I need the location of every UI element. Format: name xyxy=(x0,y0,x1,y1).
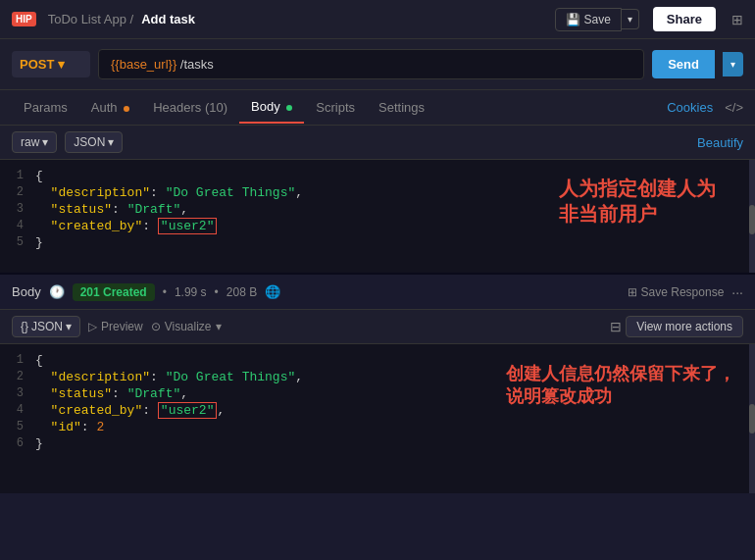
method-select[interactable]: POST ▾ xyxy=(12,51,90,77)
raw-chevron-icon: ▾ xyxy=(42,135,48,149)
raw-button[interactable]: raw ▾ xyxy=(12,131,57,153)
save-button[interactable]: 💾 Save xyxy=(555,8,622,31)
code-line-2: 2 "description": "Do Great Things", xyxy=(0,184,755,201)
beautify-button[interactable]: Beautify xyxy=(697,135,743,150)
resp-code-line-5: 5 "id": 2 xyxy=(0,419,755,435)
view-more-actions-button[interactable]: View more actions xyxy=(626,316,743,337)
visualize-icon: ⊙ xyxy=(151,320,161,333)
tab-params[interactable]: Params xyxy=(12,92,79,123)
resp-code-line-6: 6 } xyxy=(0,435,755,452)
method-chevron-icon: ▾ xyxy=(58,57,65,72)
auth-dot xyxy=(124,106,129,112)
layout-icon[interactable]: ⊞ xyxy=(731,12,743,27)
resp-code-line-2: 2 "description": "Do Great Things", xyxy=(0,369,755,385)
tab-body[interactable]: Body xyxy=(239,91,304,124)
response-json-button[interactable]: {} JSON ▾ xyxy=(12,316,80,337)
share-button[interactable]: Share xyxy=(653,7,716,31)
save-group: 💾 Save ▾ xyxy=(555,8,639,31)
json-resp-chevron-icon: ▾ xyxy=(66,320,72,333)
play-icon: ▷ xyxy=(88,320,97,333)
response-body-label[interactable]: Body xyxy=(12,284,41,299)
send-button[interactable]: Send xyxy=(652,50,715,78)
body-format-bar: raw ▾ JSON ▾ Beautify xyxy=(0,126,755,160)
response-body-editor[interactable]: 1 { 2 "description": "Do Great Things", … xyxy=(0,344,755,493)
resp-scrollbar-track[interactable] xyxy=(749,344,755,493)
resp-code-line-1: 1 { xyxy=(0,352,755,369)
response-history-icon[interactable]: 🕐 xyxy=(49,284,65,299)
response-dot-sep1: • xyxy=(163,285,167,299)
code-line-4: 4 "created_by": "user2" xyxy=(0,218,755,234)
code-view-icon[interactable]: </> xyxy=(725,100,743,115)
json-chevron-icon: ▾ xyxy=(108,135,114,149)
tab-settings[interactable]: Settings xyxy=(367,92,436,123)
response-time: 1.99 s xyxy=(175,285,207,299)
url-path: /tasks xyxy=(176,57,214,72)
save-response-button[interactable]: ⊞ Save Response xyxy=(628,285,725,299)
breadcrumb: ToDo List App / xyxy=(48,12,133,26)
status-badge: 201 Created xyxy=(73,283,155,301)
request-tabs: Params Auth Headers (10) Body Scripts Se… xyxy=(0,90,755,126)
scrollbar-thumb[interactable] xyxy=(749,205,755,234)
top-bar: HIP ToDo List App / Add task 💾 Save ▾ Sh… xyxy=(0,0,755,39)
filter-icon-button[interactable]: ⊟ xyxy=(610,319,622,334)
more-options-button[interactable]: ··· xyxy=(731,284,743,300)
code-line-1: 1 { xyxy=(0,168,755,184)
tab-headers[interactable]: Headers (10) xyxy=(141,92,239,123)
visualize-button[interactable]: ⊙ Visualize ▾ xyxy=(151,320,222,333)
brace-icon: {} xyxy=(21,320,28,333)
save-dropdown-button[interactable]: ▾ xyxy=(622,9,639,29)
response-size: 208 B xyxy=(226,285,257,299)
globe-icon[interactable]: 🌐 xyxy=(265,284,280,299)
resp-code-line-4: 4 "created_by": "user2", xyxy=(0,402,755,419)
json-format-button[interactable]: JSON ▾ xyxy=(65,131,123,153)
resp-code-line-3: 3 "status": "Draft", xyxy=(0,385,755,402)
response-status-bar: Body 🕐 201 Created • 1.99 s • 208 B 🌐 ⊞ … xyxy=(0,273,755,310)
url-base: {{base_url}} xyxy=(111,57,176,72)
response-dot-sep2: • xyxy=(215,285,219,299)
request-bar: POST ▾ {{base_url}} /tasks Send ▾ xyxy=(0,39,755,90)
tab-auth[interactable]: Auth xyxy=(79,92,141,123)
tab-scripts[interactable]: Scripts xyxy=(304,92,367,123)
response-format-bar: {} JSON ▾ ▷ Preview ⊙ Visualize ▾ ⊟ View… xyxy=(0,310,755,344)
send-dropdown-button[interactable]: ▾ xyxy=(723,52,743,76)
code-line-5: 5 } xyxy=(0,234,755,251)
url-input-display[interactable]: {{base_url}} /tasks xyxy=(98,49,644,79)
resp-scrollbar-thumb[interactable] xyxy=(749,404,755,433)
view-more-container: ⊟ View more actions xyxy=(610,316,743,337)
code-line-3: 3 "status": "Draft", xyxy=(0,201,755,218)
page-title: Add task xyxy=(141,12,195,26)
save-icon: 💾 xyxy=(566,13,580,26)
scrollbar-track[interactable] xyxy=(749,160,755,273)
app-logo: HIP xyxy=(12,12,36,26)
tab-cookies[interactable]: Cookies xyxy=(667,100,713,115)
preview-button[interactable]: ▷ Preview xyxy=(88,320,143,333)
save-response-icon: ⊞ xyxy=(628,285,637,299)
request-body-editor[interactable]: 1 { 2 "description": "Do Great Things", … xyxy=(0,160,755,273)
body-dot xyxy=(286,105,292,111)
visualize-chevron-icon: ▾ xyxy=(216,320,222,333)
